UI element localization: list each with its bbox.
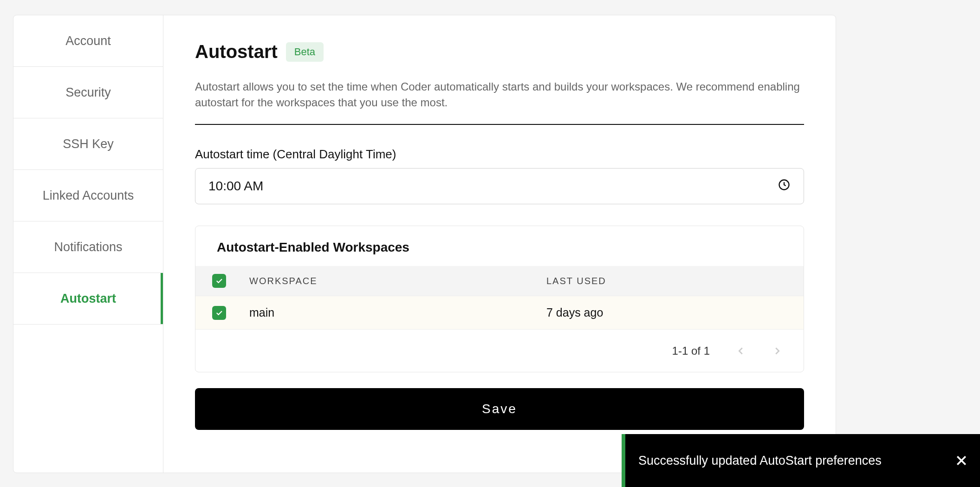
prev-page-button[interactable] bbox=[736, 346, 746, 356]
row-checkbox[interactable] bbox=[212, 306, 226, 320]
select-all-checkbox[interactable] bbox=[212, 274, 226, 288]
workspaces-card: Autostart-Enabled Workspaces WORKSPACE L… bbox=[195, 226, 804, 372]
sidebar-item-notifications[interactable]: Notifications bbox=[13, 221, 163, 273]
sidebar-item-label: Autostart bbox=[60, 292, 116, 306]
pagination-text: 1-1 of 1 bbox=[672, 344, 710, 357]
autostart-time-input[interactable]: 10:00 AM bbox=[195, 168, 804, 204]
sidebar-item-security[interactable]: Security bbox=[13, 67, 163, 118]
page-description: Autostart allows you to set the time whe… bbox=[195, 79, 804, 125]
sidebar-item-label: Account bbox=[65, 34, 111, 48]
row-workspace-name: main bbox=[249, 306, 546, 319]
sidebar-item-label: Security bbox=[65, 85, 111, 100]
next-page-button[interactable] bbox=[772, 346, 782, 356]
sidebar-item-label: Notifications bbox=[54, 240, 122, 254]
settings-page: Account Security SSH Key Linked Accounts… bbox=[13, 15, 836, 473]
col-header-last-used: LAST USED bbox=[546, 276, 787, 286]
autostart-time-label: Autostart time (Central Daylight Time) bbox=[195, 147, 804, 162]
clock-icon bbox=[778, 178, 791, 195]
main-content: Autostart Beta Autostart allows you to s… bbox=[163, 15, 836, 473]
autostart-time-value: 10:00 AM bbox=[208, 179, 263, 194]
save-button[interactable]: Save bbox=[195, 388, 804, 430]
sidebar-item-label: SSH Key bbox=[63, 137, 114, 151]
page-header: Autostart Beta bbox=[195, 41, 804, 62]
sidebar-item-autostart[interactable]: Autostart bbox=[13, 273, 163, 325]
select-all-cell bbox=[212, 274, 249, 288]
toast-notification: Successfully updated AutoStart preferenc… bbox=[622, 434, 980, 487]
table-footer: 1-1 of 1 bbox=[195, 329, 804, 372]
sidebar-item-account[interactable]: Account bbox=[13, 15, 163, 67]
sidebar-item-ssh-key[interactable]: SSH Key bbox=[13, 118, 163, 170]
col-header-workspace: WORKSPACE bbox=[249, 276, 546, 286]
workspaces-table-title: Autostart-Enabled Workspaces bbox=[195, 226, 804, 266]
toast-accent bbox=[622, 434, 625, 487]
row-last-used: 7 days ago bbox=[546, 306, 787, 319]
table-header: WORKSPACE LAST USED bbox=[195, 266, 804, 296]
table-row[interactable]: main 7 days ago bbox=[195, 296, 804, 329]
close-icon[interactable] bbox=[943, 434, 980, 487]
row-check-cell bbox=[212, 306, 249, 320]
sidebar-item-linked-accounts[interactable]: Linked Accounts bbox=[13, 170, 163, 221]
sidebar: Account Security SSH Key Linked Accounts… bbox=[13, 15, 163, 473]
page-title: Autostart bbox=[195, 41, 278, 62]
toast-message: Successfully updated AutoStart preferenc… bbox=[625, 454, 943, 468]
beta-badge: Beta bbox=[286, 42, 324, 62]
sidebar-item-label: Linked Accounts bbox=[43, 188, 134, 203]
